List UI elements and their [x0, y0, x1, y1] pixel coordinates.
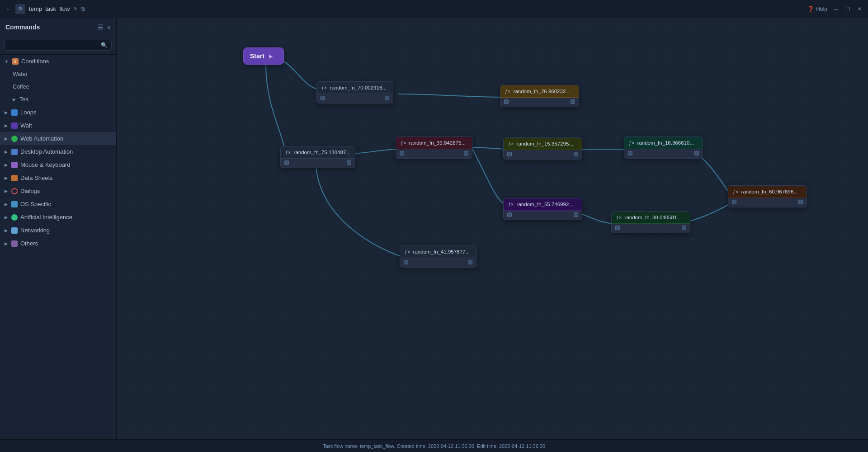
port-in[interactable]: [284, 160, 289, 165]
canvas-area[interactable]: Start ▶ ƒ× random_fn_70.002916... ƒ× ran…: [117, 18, 868, 439]
fn-icon: ƒ×: [733, 189, 739, 194]
os-specific-icon: [11, 201, 18, 207]
sidebar-item-wait[interactable]: ▶ Wait: [0, 119, 116, 132]
node-fn26-header: ƒ× random_fn_26.960232...: [500, 85, 579, 98]
search-input[interactable]: [9, 42, 98, 48]
node-fn55[interactable]: ƒ× random_fn_55.746992...: [503, 198, 582, 220]
sidebar-item-label: Mouse & Keyboard: [20, 161, 71, 168]
help-circle-icon: ❓: [807, 6, 814, 12]
sidebar-item-conditions[interactable]: ▼ if Conditions: [0, 55, 116, 68]
topbar-left: ← ⚙ temp_task_flow ✎ ⧉: [5, 4, 803, 14]
start-label: Start: [250, 52, 264, 60]
sidebar-item-label: OS Specific: [20, 201, 51, 207]
node-fn15[interactable]: ƒ× random_fn_15.357295...: [503, 137, 582, 160]
collapse-sidebar-button[interactable]: «: [107, 24, 111, 31]
list-view-button[interactable]: ☰: [98, 24, 104, 31]
port-in[interactable]: [504, 99, 509, 104]
node-fn15-header: ƒ× random_fn_15.357295...: [504, 138, 582, 150]
node-fn88[interactable]: ƒ× random_fn_88.040581...: [611, 211, 690, 233]
sidebar-item-networking[interactable]: ▶ Networking: [0, 224, 116, 237]
port-in[interactable]: [628, 151, 632, 155]
sidebar-item-label: Data Sheets: [20, 174, 53, 181]
help-button[interactable]: ❓ Help: [807, 6, 827, 12]
sidebar-item-coffee[interactable]: Coffee: [0, 80, 116, 93]
port-out[interactable]: [385, 96, 389, 100]
fn-icon: ƒ×: [401, 140, 406, 146]
arrow-right-icon: ▶: [5, 202, 8, 207]
sidebar-item-tea[interactable]: ▶ Tea: [0, 93, 116, 106]
port-in[interactable]: [400, 151, 404, 155]
port-out[interactable]: [798, 200, 803, 204]
node-fn60-ports: [728, 198, 807, 207]
fn-icon: ƒ×: [616, 215, 622, 220]
node-fn88-label: random_fn_88.040581...: [625, 215, 681, 220]
port-out[interactable]: [682, 226, 686, 230]
node-fn75[interactable]: ƒ× random_fn_75.130487...: [280, 146, 355, 168]
port-in[interactable]: [404, 260, 408, 264]
restore-button[interactable]: ❐: [844, 6, 851, 12]
footer: Task flow name: temp_task_flow. Created …: [0, 439, 868, 452]
mouse-keyboard-icon: [11, 162, 18, 168]
port-in[interactable]: [507, 212, 512, 217]
arrow-right-icon: ▶: [5, 189, 8, 193]
edit-icon[interactable]: ✎: [73, 6, 77, 12]
node-fn70-ports: [317, 94, 393, 103]
port-out[interactable]: [574, 212, 578, 217]
conditions-icon: if: [12, 58, 19, 65]
start-arrow-icon: ▶: [269, 54, 273, 59]
arrow-right-icon: ▶: [5, 110, 8, 115]
dialogs-icon: [11, 188, 18, 194]
sidebar-item-label: Loops: [20, 109, 36, 116]
sidebar-item-ai[interactable]: ▶ Artificial Intelligence: [0, 211, 116, 224]
port-in[interactable]: [615, 226, 620, 230]
fn-icon: ƒ×: [405, 249, 410, 254]
port-in[interactable]: [507, 152, 512, 156]
port-out[interactable]: [468, 260, 472, 264]
node-fn60[interactable]: ƒ× random_fn_60.967696...: [728, 185, 807, 207]
node-fn26[interactable]: ƒ× random_fn_26.960232...: [500, 85, 579, 107]
node-fn39[interactable]: ƒ× random_fn_39.842675...: [396, 137, 472, 159]
port-in[interactable]: [321, 96, 325, 100]
sidebar-actions: ☰ «: [98, 24, 111, 31]
sidebar-item-data-sheets[interactable]: ▶ Data Sheets: [0, 171, 116, 184]
node-start[interactable]: Start ▶: [243, 47, 284, 65]
desktop-automation-icon: [11, 149, 18, 155]
sidebar-item-desktop-automation[interactable]: ▶ Desktop Automation: [0, 145, 116, 158]
ai-icon: [11, 214, 18, 221]
port-in[interactable]: [732, 200, 736, 204]
node-fn70-label: random_fn_70.002916...: [330, 85, 387, 90]
sidebar-item-mouse-keyboard[interactable]: ▶ Mouse & Keyboard: [0, 158, 116, 171]
sidebar-list: ▼ if Conditions Water Coffee ▶ Tea ▶ Loo…: [0, 55, 116, 439]
node-fn39-header: ƒ× random_fn_39.842675...: [396, 137, 472, 149]
sidebar-item-web-automation[interactable]: ▶ Web Automation: [0, 132, 116, 145]
edges-layer: [117, 18, 868, 439]
port-out[interactable]: [347, 160, 351, 165]
close-button[interactable]: ✕: [856, 6, 863, 12]
node-start-header: Start ▶: [244, 48, 283, 64]
arrow-right-icon: ▶: [5, 215, 8, 220]
sidebar-item-label: Others: [20, 240, 38, 247]
node-fn60-header: ƒ× random_fn_60.967696...: [728, 186, 807, 198]
node-fn70[interactable]: ƒ× random_fn_70.002916...: [316, 81, 393, 104]
web-automation-icon: [11, 136, 18, 142]
sidebar-item-label: Tea: [19, 96, 28, 103]
copy-icon[interactable]: ⧉: [81, 6, 85, 12]
node-fn16[interactable]: ƒ× random_fn_16.366610...: [624, 137, 703, 159]
port-out[interactable]: [464, 151, 468, 155]
minimize-button[interactable]: —: [833, 6, 839, 12]
port-out[interactable]: [571, 99, 575, 104]
sidebar-item-water[interactable]: Water: [0, 68, 116, 80]
sidebar-item-loops[interactable]: ▶ Loops: [0, 106, 116, 119]
port-out[interactable]: [694, 151, 699, 155]
footer-status: Task flow name: temp_task_flow. Created …: [323, 443, 545, 449]
port-out[interactable]: [574, 152, 578, 156]
sidebar-item-label: Dialogs: [20, 188, 40, 194]
sidebar-item-others[interactable]: ▶ Others: [0, 237, 116, 250]
sidebar-item-os-specific[interactable]: ▶ OS Specific: [0, 198, 116, 211]
back-button[interactable]: ←: [5, 6, 12, 12]
sidebar-item-dialogs[interactable]: ▶ Dialogs: [0, 184, 116, 198]
fn-icon: ƒ×: [629, 140, 635, 146]
arrow-right-icon: ▶: [5, 137, 8, 141]
topbar: ← ⚙ temp_task_flow ✎ ⧉ ❓ Help — ❐ ✕: [0, 0, 868, 18]
node-fn41[interactable]: ƒ× random_fn_41.957877...: [400, 245, 476, 268]
